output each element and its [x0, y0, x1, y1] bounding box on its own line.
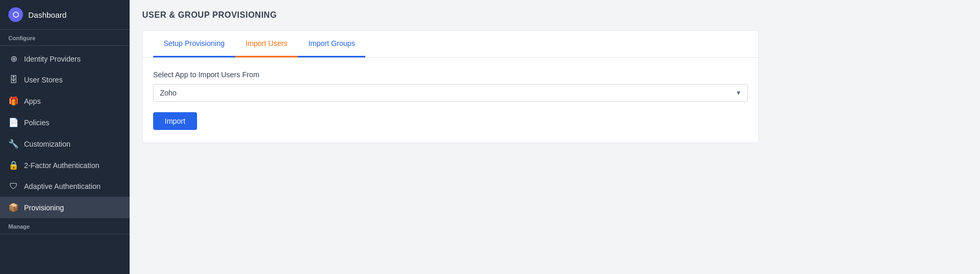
- policies-icon: 📄: [8, 117, 19, 127]
- page-title: USER & GROUP PROVISIONING: [142, 10, 967, 20]
- sidebar-item-two-factor[interactable]: 🔒 2-Factor Authentication: [0, 154, 130, 176]
- configure-divider: [0, 45, 130, 46]
- sidebar-item-customization[interactable]: 🔧 Customization: [0, 133, 130, 154]
- customization-icon: 🔧: [8, 139, 19, 149]
- tab-import-users[interactable]: Import Users: [235, 31, 298, 57]
- provisioning-card: Setup Provisioning Import Users Import G…: [142, 30, 759, 143]
- tab-import-groups[interactable]: Import Groups: [298, 31, 365, 57]
- app-select[interactable]: Zoho: [153, 84, 748, 102]
- sidebar-item-label: User Stores: [24, 76, 63, 84]
- sidebar-item-identity-providers[interactable]: ⊕ Identity Providers: [0, 48, 130, 69]
- import-button[interactable]: Import: [153, 112, 197, 130]
- main-content: USER & GROUP PROVISIONING Setup Provisio…: [130, 0, 980, 274]
- sidebar-item-label: 2-Factor Authentication: [24, 161, 99, 170]
- card-body: Select App to Import Users From Zoho ▼ I…: [143, 58, 758, 142]
- logo-icon: ⬡: [8, 7, 23, 22]
- provisioning-icon: 📦: [8, 202, 19, 212]
- sidebar: ⬡ Dashboard Configure ⊕ Identity Provide…: [0, 0, 130, 274]
- sidebar-item-label: Apps: [24, 97, 41, 105]
- sidebar-logo-text: Dashboard: [28, 10, 66, 19]
- sidebar-item-label: Provisioning: [24, 204, 64, 212]
- user-stores-icon: 🗄: [8, 75, 19, 85]
- sidebar-item-adaptive-auth[interactable]: 🛡 Adaptive Authentication: [0, 176, 130, 197]
- tab-setup-provisioning[interactable]: Setup Provisioning: [153, 31, 235, 57]
- adaptive-auth-icon: 🛡: [8, 182, 19, 191]
- two-factor-icon: 🔒: [8, 160, 19, 170]
- sidebar-item-policies[interactable]: 📄 Policies: [0, 112, 130, 133]
- sidebar-item-label: Adaptive Authentication: [24, 182, 100, 190]
- manage-section-label: Manage: [0, 218, 130, 232]
- select-app-label: Select App to Import Users From: [153, 70, 748, 79]
- manage-divider: [0, 234, 130, 234]
- sidebar-item-label: Identity Providers: [24, 55, 80, 63]
- sidebar-logo[interactable]: ⬡ Dashboard: [0, 0, 130, 30]
- sidebar-item-label: Customization: [24, 140, 71, 148]
- configure-section-label: Configure: [0, 30, 130, 43]
- identity-providers-icon: ⊕: [8, 54, 19, 64]
- sidebar-item-user-stores[interactable]: 🗄 User Stores: [0, 69, 130, 90]
- content-area: USER & GROUP PROVISIONING Setup Provisio…: [130, 0, 980, 274]
- apps-icon: 🎁: [8, 96, 19, 106]
- tabs-container: Setup Provisioning Import Users Import G…: [143, 31, 758, 58]
- sidebar-item-label: Policies: [24, 118, 49, 127]
- sidebar-item-apps[interactable]: 🎁 Apps: [0, 90, 130, 112]
- select-wrapper: Zoho ▼: [153, 84, 748, 102]
- sidebar-item-provisioning[interactable]: 📦 Provisioning: [0, 197, 130, 218]
